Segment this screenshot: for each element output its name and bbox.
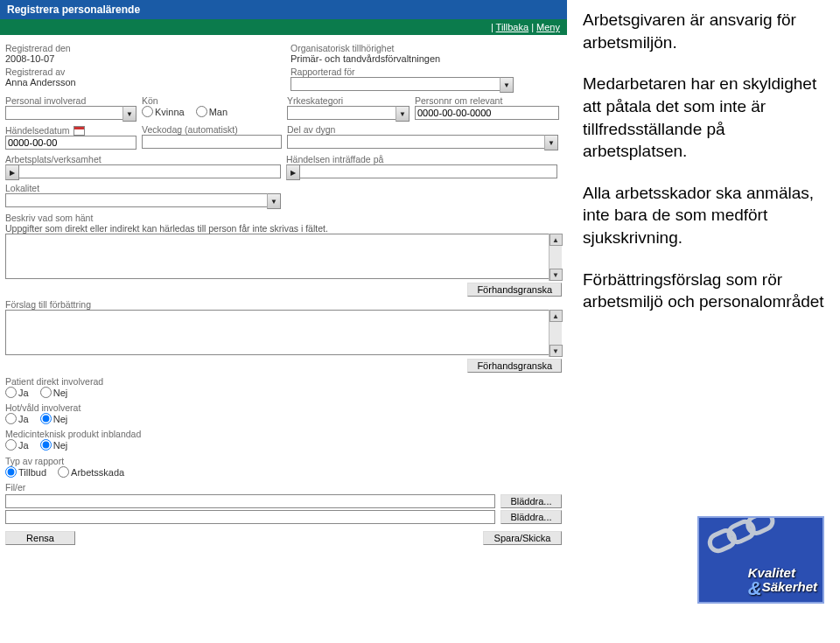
back-link[interactable]: Tillbaka — [496, 22, 529, 32]
side-paragraph-3: Alla arbetsskador ska anmälas, inte bara… — [583, 182, 824, 249]
personnr-input[interactable] — [415, 106, 559, 120]
clear-button[interactable]: Rensa — [5, 531, 75, 545]
medtech-ja[interactable]: Ja — [5, 439, 29, 451]
file-input-2[interactable] — [5, 510, 495, 524]
job-category-label: Yrkeskategori — [287, 95, 410, 106]
describe-title: Beskriv vad som hänt — [5, 213, 562, 223]
registered-by-label: Registrerad av — [5, 66, 285, 77]
reported-for-input[interactable] — [290, 77, 514, 91]
brand-image: Kvalitet &Säkerhet — [697, 516, 824, 604]
suggestion-textarea[interactable] — [5, 310, 562, 355]
gender-label: Kön — [142, 95, 282, 106]
reported-for-label: Rapporterad för — [290, 66, 562, 77]
event-date-input[interactable] — [5, 136, 136, 150]
locality-label: Lokalitet — [5, 183, 562, 193]
personal-involved-label: Personal involverad — [5, 95, 136, 106]
save-button[interactable]: Spara/Skicka — [483, 531, 562, 545]
scroll-down-icon[interactable]: ▼ — [550, 269, 563, 281]
menu-link[interactable]: Meny — [536, 22, 560, 32]
browse-button-2[interactable]: Bläddra... — [500, 510, 562, 524]
dropdown-icon[interactable]: ▼ — [122, 106, 136, 122]
scrollbar[interactable]: ▲ ▼ — [549, 234, 562, 281]
scroll-up-icon[interactable]: ▲ — [550, 310, 563, 322]
describe-hint: Uppgifter som direkt eller indirekt kan … — [5, 223, 328, 234]
patient-nej[interactable]: Nej — [40, 387, 68, 398]
registered-date-value: 2008-10-07 — [5, 53, 285, 64]
time-of-day-label: Del av dygn — [287, 124, 562, 135]
preview-describe-button[interactable]: Förhandsgranska — [467, 283, 562, 297]
event-date-label: Händelsedatum — [5, 124, 136, 136]
report-tillbud[interactable]: Tillbud — [5, 466, 46, 478]
patient-label: Patient direkt involverad — [5, 376, 562, 387]
medtech-nej[interactable]: Nej — [40, 439, 68, 451]
registered-by-value: Anna Andersson — [5, 77, 285, 87]
workplace-label: Arbetsplats/verksamhet — [5, 154, 281, 164]
time-of-day-input[interactable] — [287, 135, 558, 149]
scroll-down-icon[interactable]: ▼ — [550, 345, 563, 357]
report-type-label: Typ av rapport — [5, 456, 562, 466]
personal-involved-input[interactable] — [5, 106, 136, 120]
report-arbetsskada[interactable]: Arbetsskada — [58, 466, 124, 478]
suggestion-title: Förslag till förbättring — [5, 299, 562, 310]
scroll-up-icon[interactable]: ▲ — [550, 234, 563, 246]
job-category-input[interactable] — [287, 106, 410, 120]
side-paragraph-1: Arbetsgivaren är ansvarig för arbetsmilj… — [583, 9, 824, 53]
gender-kvinna[interactable]: Kvinna — [142, 106, 185, 117]
gender-man[interactable]: Man — [196, 106, 228, 117]
side-paragraph-4: Förbättringsförslag som rör arbetsmiljö … — [583, 269, 824, 313]
threat-ja[interactable]: Ja — [5, 413, 29, 424]
sep: | — [531, 22, 534, 32]
chain-icon — [704, 516, 771, 558]
ampersand-icon: & — [748, 577, 762, 599]
dropdown-icon[interactable]: ▼ — [544, 135, 558, 150]
threat-nej[interactable]: Nej — [40, 413, 68, 424]
dropdown-icon[interactable]: ▼ — [500, 77, 514, 93]
event-location-input[interactable] — [286, 164, 557, 178]
preview-suggestion-button[interactable]: Förhandsgranska — [467, 359, 562, 373]
window-title: Registrera personalärende — [0, 0, 567, 19]
top-nav: | Tillbaka | Meny — [0, 19, 567, 35]
browse-button-1[interactable]: Bläddra... — [500, 494, 562, 508]
weekday-label: Veckodag (automatiskt) — [142, 124, 282, 135]
scrollbar[interactable]: ▲ ▼ — [549, 310, 562, 357]
weekday-input[interactable] — [142, 135, 282, 149]
arrow-right-icon[interactable]: ▶ — [5, 164, 19, 180]
file-input-1[interactable] — [5, 494, 495, 508]
registered-date-label: Registrerad den — [5, 43, 285, 53]
org-value: Primär- och tandvårdsförvaltningen — [290, 53, 562, 64]
org-label: Organisatorisk tillhörighet — [290, 43, 562, 53]
dropdown-icon[interactable]: ▼ — [267, 193, 281, 209]
event-location-label: Händelsen inträffade på — [286, 154, 562, 164]
threat-label: Hot/våld involverat — [5, 402, 562, 413]
calendar-icon[interactable] — [74, 126, 85, 136]
sep: | — [491, 22, 494, 32]
personnr-label: Personnr om relevant — [415, 95, 562, 106]
locality-input[interactable] — [5, 193, 281, 207]
files-label: Fil/er — [5, 482, 562, 493]
medtech-label: Medicinteknisk produkt inblandad — [5, 429, 562, 439]
dropdown-icon[interactable]: ▼ — [396, 106, 410, 122]
side-paragraph-2: Medarbetaren har en skyldighet att påtal… — [583, 73, 824, 163]
arrow-right-icon[interactable]: ▶ — [286, 164, 300, 180]
workplace-input[interactable] — [5, 164, 281, 178]
brand-line2: Säkerhet — [762, 579, 817, 594]
patient-ja[interactable]: Ja — [5, 387, 29, 398]
describe-textarea[interactable] — [5, 234, 562, 279]
